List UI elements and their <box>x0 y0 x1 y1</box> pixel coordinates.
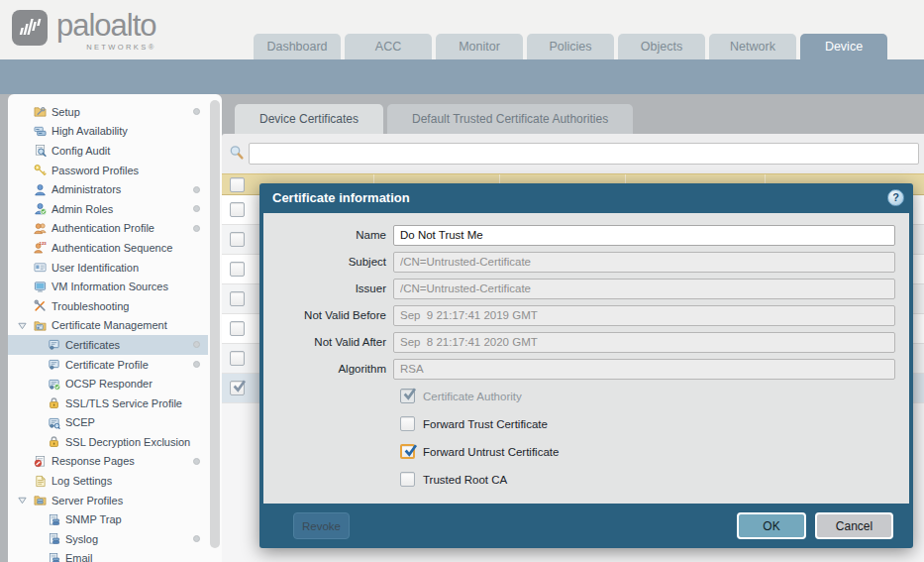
sidebar-item-label: SSL/TLS Service Profile <box>65 397 182 409</box>
user-check-icon <box>34 202 47 215</box>
row-checkbox[interactable] <box>230 262 245 277</box>
sidebar-item-administrators[interactable]: Administrators <box>8 179 208 199</box>
sidebar-item-ssl-decryption-exclusion[interactable]: SSL Decryption Exclusion <box>8 432 208 452</box>
expand-collapse-arrow-icon[interactable] <box>18 321 27 330</box>
key-icon <box>34 164 47 176</box>
dialog-title: Certificate information <box>272 190 410 205</box>
sidebar-item-label: Setup <box>51 106 80 118</box>
sidebar-item-ocsp-responder[interactable]: OCSP Responder <box>8 374 208 393</box>
row-checkbox[interactable] <box>230 232 245 247</box>
status-dot <box>193 361 200 368</box>
algorithm-input <box>393 359 895 380</box>
sidebar-item-log-settings[interactable]: Log Settings <box>8 471 208 491</box>
dialog-body: NameSubjectIssuerNot Valid BeforeNot Val… <box>263 213 909 504</box>
nav-tab-policies[interactable]: Policies <box>527 34 614 59</box>
sidebar-item-password-profiles[interactable]: Password Profiles <box>8 161 208 180</box>
server-doc-icon <box>48 513 60 526</box>
row-checkbox[interactable] <box>230 202 245 217</box>
sidebar-item-certificate-management[interactable]: Certificate Management <box>8 316 208 336</box>
sidebar-item-vm-information-sources[interactable]: VM Information Sources <box>8 277 208 296</box>
sidebar-scrollbar[interactable] <box>208 94 222 562</box>
sidebar-item-scep[interactable]: SCEP <box>8 413 208 433</box>
cancel-button[interactable]: Cancel <box>815 512 893 539</box>
sidebar-item-label: User Identification <box>51 262 139 274</box>
certificate-icon <box>48 358 60 371</box>
sidebar-item-high-availability[interactable]: High Availability <box>8 122 208 142</box>
header-band <box>0 59 924 94</box>
sidebar-item-label: Config Audit <box>51 145 110 157</box>
sidebar-item-server-profiles[interactable]: Server Profiles <box>8 491 208 510</box>
sidebar-item-label: Administrators <box>51 183 121 195</box>
field-label: Algorithm <box>263 363 393 375</box>
setup-icon <box>34 105 47 118</box>
high-availability-icon <box>34 125 47 138</box>
nav-tab-dashboard[interactable]: Dashboard <box>254 34 341 59</box>
sidebar-item-label: Email <box>65 552 93 562</box>
forward-trust-certificate-checkbox[interactable] <box>400 416 415 431</box>
sidebar-item-label: Password Profiles <box>51 165 139 176</box>
field-row-issuer: Issuer <box>263 278 895 299</box>
tab-default-trusted-certificate-authorities[interactable]: Default Trusted Certificate Authorities <box>387 104 633 134</box>
nav-tab-objects[interactable]: Objects <box>618 34 705 59</box>
lock-icon <box>48 435 60 448</box>
field-label: Name <box>263 229 393 241</box>
help-icon[interactable]: ? <box>887 189 904 206</box>
sidebar-item-user-identification[interactable]: User Identification <box>8 258 208 278</box>
cert-check-icon <box>48 378 60 391</box>
sidebar-item-troubleshooting[interactable]: Troubleshooting <box>8 296 208 316</box>
logo-brand: paloalto <box>56 8 156 43</box>
trusted-root-ca-checkbox[interactable] <box>400 472 415 487</box>
sidebar-item-label: Authentication Profile <box>51 222 154 234</box>
monitor-icon <box>34 281 47 293</box>
checkbox-label: Forward Untrust Certificate <box>423 446 559 458</box>
nav-tab-monitor[interactable]: Monitor <box>436 34 523 59</box>
search-icon <box>229 145 245 165</box>
sidebar-item-authentication-sequence[interactable]: 123Authentication Sequence <box>8 238 208 258</box>
tools-icon <box>34 299 47 312</box>
sidebar-item-certificates[interactable]: Certificates <box>8 335 208 355</box>
field-label: Not Valid Before <box>263 309 393 321</box>
sidebar-item-admin-roles[interactable]: Admin Roles <box>8 199 208 219</box>
field-label: Not Valid After <box>263 336 393 348</box>
sidebar-item-authentication-profile[interactable]: Authentication Profile <box>8 219 208 239</box>
sidebar-item-setup[interactable]: Setup <box>8 102 208 122</box>
search-section <box>222 134 924 173</box>
sidebar-item-response-pages[interactable]: Response Pages <box>8 452 208 472</box>
certificate-authority-checkbox <box>400 389 415 403</box>
name-input[interactable] <box>393 225 895 246</box>
sidebar-item-snmp-trap[interactable]: SNMP Trap <box>8 509 208 529</box>
checkbox-row-forward-untrust-certificate: Forward Untrust Certificate <box>400 444 909 459</box>
sidebar-item-ssl-tls-service-profile[interactable]: SSL/TLS Service Profile <box>8 393 208 413</box>
paloalto-logo: paloalto NETWORKS® <box>12 10 156 52</box>
field-row-not-valid-after: Not Valid After <box>263 331 895 353</box>
sidebar-item-email[interactable]: Email <box>8 549 208 562</box>
sidebar-item-label: Syslog <box>65 533 98 545</box>
certificate-information-dialog: Certificate information ? NameSubjectIss… <box>259 183 913 548</box>
forward-untrust-certificate-checkbox[interactable] <box>400 444 415 459</box>
folder-cert-icon <box>34 319 47 332</box>
nav-tab-device[interactable]: Device <box>800 34 887 59</box>
sidebar-scrollbar-thumb[interactable] <box>210 100 220 548</box>
search-input[interactable] <box>249 143 919 165</box>
checkbox-row-trusted-root-ca: Trusted Root CA <box>400 472 909 487</box>
row-checkbox[interactable] <box>230 291 245 306</box>
revoke-button[interactable]: Revoke <box>293 512 350 539</box>
sidebar-item-syslog[interactable]: Syslog <box>8 529 208 549</box>
nav-tab-network[interactable]: Network <box>709 34 796 59</box>
row-checkbox[interactable] <box>230 321 245 336</box>
sidebar-item-config-audit[interactable]: Config Audit <box>8 141 208 161</box>
checkbox-label: Trusted Root CA <box>423 474 507 486</box>
row-checkbox[interactable] <box>230 351 245 366</box>
ok-button[interactable]: OK <box>737 512 806 539</box>
field-row-subject: Subject <box>263 251 895 273</box>
sidebar-item-certificate-profile[interactable]: Certificate Profile <box>8 355 208 375</box>
nav-tab-acc[interactable]: ACC <box>345 34 432 59</box>
config-audit-icon <box>34 144 47 157</box>
table-header-select-all-checkbox[interactable] <box>230 177 245 192</box>
doc-icon <box>34 475 47 488</box>
cert-search-icon <box>48 416 60 429</box>
expand-collapse-arrow-icon[interactable] <box>18 496 27 505</box>
sidebar-item-label: Certificate Profile <box>65 359 149 371</box>
row-checkbox[interactable] <box>230 381 245 395</box>
tab-device-certificates[interactable]: Device Certificates <box>235 104 383 134</box>
